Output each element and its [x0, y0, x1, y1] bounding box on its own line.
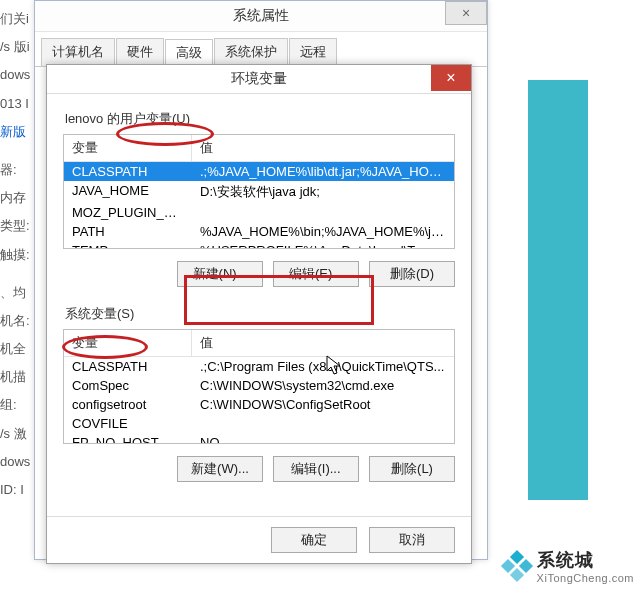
- sys-vars-list[interactable]: 变量值CLASSPATH.;C:\Program Files (x86)\Qui…: [63, 329, 455, 444]
- var-row[interactable]: configsetrootC:\WINDOWS\ConfigSetRoot: [64, 395, 454, 414]
- var-row[interactable]: PATH%JAVA_HOME%\bin;%JAVA_HOME%\jre...: [64, 222, 454, 241]
- var-name: CLASSPATH: [64, 162, 192, 181]
- user-new-button[interactable]: 新建(N)...: [177, 261, 263, 287]
- var-value: %JAVA_HOME%\bin;%JAVA_HOME%\jre...: [192, 222, 454, 241]
- tab-计算机名[interactable]: 计算机名: [41, 38, 115, 66]
- env-titlebar: 环境变量 ×: [47, 65, 471, 94]
- var-row[interactable]: MOZ_PLUGIN_PA...: [64, 203, 454, 222]
- sysprops-tabs: 计算机名硬件高级系统保护远程: [35, 38, 487, 67]
- user-edit-button[interactable]: 编辑(E)...: [273, 261, 359, 287]
- var-row[interactable]: CLASSPATH.;C:\Program Files (x86)\QuickT…: [64, 357, 454, 376]
- var-row[interactable]: CLASSPATH.;%JAVA_HOME%\lib\dt.jar;%JAVA_…: [64, 162, 454, 181]
- cancel-button[interactable]: 取消: [369, 527, 455, 553]
- user-delete-button[interactable]: 删除(D): [369, 261, 455, 287]
- col-val-header[interactable]: 值: [192, 135, 454, 161]
- var-value: NO: [192, 433, 454, 444]
- watermark: 系统城 XiTongCheng.com: [503, 548, 634, 584]
- background-accent: [528, 80, 588, 500]
- sysprops-title: 系统属性: [233, 7, 289, 23]
- var-name: JAVA_HOME: [64, 181, 192, 203]
- ok-button[interactable]: 确定: [271, 527, 357, 553]
- var-row[interactable]: COVFILE: [64, 414, 454, 433]
- sys-new-button[interactable]: 新建(W)...: [177, 456, 263, 482]
- var-row[interactable]: ComSpecC:\WINDOWS\system32\cmd.exe: [64, 376, 454, 395]
- col-val-header[interactable]: 值: [192, 330, 454, 356]
- var-value: D:\安装软件\java jdk;: [192, 181, 454, 203]
- var-row[interactable]: TEMP%USERPROFILE%\AppData\Local\Temp: [64, 241, 454, 249]
- env-title: 环境变量: [231, 70, 287, 86]
- var-row[interactable]: JAVA_HOMED:\安装软件\java jdk;: [64, 181, 454, 203]
- watermark-logo-icon: [503, 552, 531, 580]
- env-close-button[interactable]: ×: [431, 65, 471, 91]
- var-name: ComSpec: [64, 376, 192, 395]
- var-value: [192, 203, 454, 222]
- sys-vars-buttons: 新建(W)... 编辑(I)... 删除(L): [63, 456, 455, 482]
- tab-高级[interactable]: 高级: [165, 39, 213, 67]
- var-value: [192, 414, 454, 433]
- var-name: configsetroot: [64, 395, 192, 414]
- watermark-name: 系统城: [537, 548, 634, 572]
- tab-硬件[interactable]: 硬件: [116, 38, 164, 66]
- var-value: C:\WINDOWS\system32\cmd.exe: [192, 376, 454, 395]
- var-value: C:\WINDOWS\ConfigSetRoot: [192, 395, 454, 414]
- var-row[interactable]: FP_NO_HOST_CHNO: [64, 433, 454, 444]
- tab-远程[interactable]: 远程: [289, 38, 337, 66]
- var-name: TEMP: [64, 241, 192, 249]
- sys-vars-label: 系统变量(S): [65, 305, 455, 323]
- sys-delete-button[interactable]: 删除(L): [369, 456, 455, 482]
- env-vars-dialog: 环境变量 × lenovo 的用户变量(U) 变量值CLASSPATH.;%JA…: [46, 64, 472, 564]
- env-footer: 确定 取消: [47, 516, 471, 563]
- sysprops-close-button[interactable]: ×: [445, 1, 487, 25]
- col-var-header[interactable]: 变量: [64, 330, 192, 356]
- col-var-header[interactable]: 变量: [64, 135, 192, 161]
- var-name: COVFILE: [64, 414, 192, 433]
- user-vars-buttons: 新建(N)... 编辑(E)... 删除(D): [63, 261, 455, 287]
- tab-系统保护[interactable]: 系统保护: [214, 38, 288, 66]
- var-name: FP_NO_HOST_CH: [64, 433, 192, 444]
- sysprops-titlebar: 系统属性 ×: [35, 1, 487, 32]
- user-vars-list[interactable]: 变量值CLASSPATH.;%JAVA_HOME%\lib\dt.jar;%JA…: [63, 134, 455, 249]
- watermark-url: XiTongCheng.com: [537, 572, 634, 584]
- var-name: MOZ_PLUGIN_PA...: [64, 203, 192, 222]
- var-name: CLASSPATH: [64, 357, 192, 376]
- user-vars-label: lenovo 的用户变量(U): [65, 110, 455, 128]
- var-name: PATH: [64, 222, 192, 241]
- var-value: .;%JAVA_HOME%\lib\dt.jar;%JAVA_HOM...: [192, 162, 454, 181]
- var-value: %USERPROFILE%\AppData\Local\Temp: [192, 241, 454, 249]
- sys-edit-button[interactable]: 编辑(I)...: [273, 456, 359, 482]
- var-value: .;C:\Program Files (x86)\QuickTime\QTS..…: [192, 357, 454, 376]
